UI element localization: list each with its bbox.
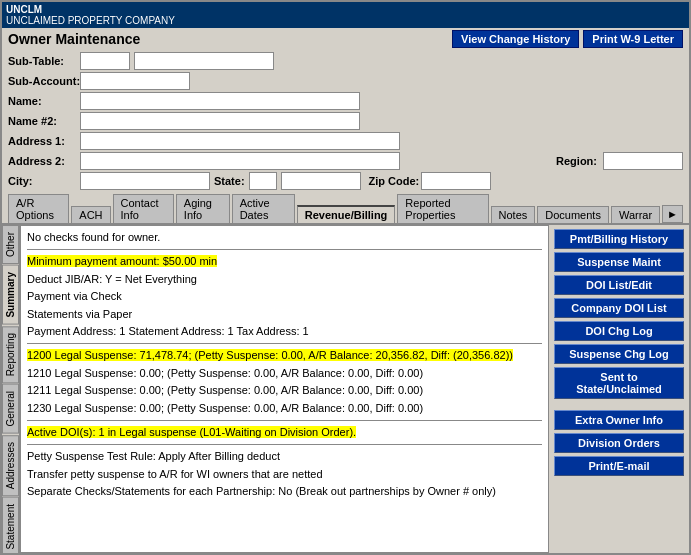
highlight-text-1: Minimum payment amount: $50.00 min: [27, 255, 217, 267]
divider-2: [27, 343, 542, 344]
side-tab-summary[interactable]: Summary: [2, 265, 19, 325]
divider-3: [27, 420, 542, 421]
address2-row: Address 2: Region:: [8, 152, 683, 170]
tab-reported-properties[interactable]: Reported Properties: [397, 194, 488, 223]
address2-label: Address 2:: [8, 155, 80, 167]
tab-aging-info[interactable]: Aging Info: [176, 194, 230, 223]
no-checks-line: No checks found for owner.: [27, 230, 542, 245]
state-desc-input[interactable]: MINNESOTA: [281, 172, 361, 190]
divider-4: [27, 444, 542, 445]
app-name: UNCLM: [6, 4, 685, 15]
city-input[interactable]: Minneapolis: [80, 172, 210, 190]
subtable-label: Sub-Table:: [8, 55, 80, 67]
main-content: No checks found for owner. Minimum payme…: [20, 225, 549, 553]
name-label: Name:: [8, 95, 80, 107]
zip-label: Zip Code:: [369, 175, 420, 187]
main-window: UNCLM UNCLAIMED PROPERTY COMPANY Owner M…: [0, 0, 691, 555]
state-input[interactable]: MN: [249, 172, 277, 190]
city-label: City:: [8, 175, 80, 187]
state-label: State:: [214, 175, 245, 187]
side-tabs: Other Summary Reporting General Addresse…: [2, 225, 20, 553]
suspense-maint-button[interactable]: Suspense Maint: [554, 252, 684, 272]
tab-active-dates[interactable]: Active Dates: [232, 194, 295, 223]
doi-chg-log-button[interactable]: DOI Chg Log: [554, 321, 684, 341]
suspense2-line: 1210 Legal Suspense: 0.00; (Petty Suspen…: [27, 366, 542, 381]
side-tab-statement[interactable]: Statement: [2, 497, 19, 553]
active-doi-highlight: Active DOI(s): 1 in Legal suspense (L01-…: [27, 426, 356, 438]
zip-input[interactable]: 88581-: [421, 172, 491, 190]
line2: Deduct JIB/AR: Y = Net Everything: [27, 272, 542, 287]
name2-input[interactable]: [80, 112, 360, 130]
name-input[interactable]: Josey Hight: [80, 92, 360, 110]
line4: Statements via Paper: [27, 307, 542, 322]
title-bar: UNCLM UNCLAIMED PROPERTY COMPANY: [2, 2, 689, 28]
tab-notes[interactable]: Notes: [491, 206, 536, 223]
city-row: City: Minneapolis State: MN MINNESOTA Zi…: [8, 172, 683, 190]
subaccount-label: Sub-Account:: [8, 75, 80, 87]
name-row: Name: Josey Hight: [8, 92, 683, 110]
address1-label: Address 1:: [8, 135, 80, 147]
subaccount-row: Sub-Account: HIGJOS: [8, 72, 683, 90]
petty-rule-line: Petty Suspense Test Rule: Apply After Bi…: [27, 449, 542, 464]
subtable-row: Sub-Table: 101 Oil _Gas Owners #1: [8, 52, 683, 70]
company-name: UNCLAIMED PROPERTY COMPANY: [6, 15, 685, 26]
extra-owner-info-button[interactable]: Extra Owner Info: [554, 410, 684, 430]
suspense3-line: 1211 Legal Suspense: 0.00; (Petty Suspen…: [27, 383, 542, 398]
suspense1-line: 1200 Legal Suspense: 71,478.74; (Petty S…: [27, 348, 542, 363]
subaccount-input[interactable]: HIGJOS: [80, 72, 190, 90]
address2-input[interactable]: [80, 152, 400, 170]
highlight-line1: Minimum payment amount: $50.00 min: [27, 254, 542, 269]
name2-label: Name #2:: [8, 115, 80, 127]
address1-row: Address 1: P.O. Box 99143: [8, 132, 683, 150]
tab-scroll-right[interactable]: ►: [662, 205, 683, 223]
tab-contact-info[interactable]: Contact Info: [113, 194, 174, 223]
separate-line: Separate Checks/Statements for each Part…: [27, 484, 542, 499]
tabs-row: A/R Options ACH Contact Info Aging Info …: [2, 194, 689, 225]
side-tab-reporting[interactable]: Reporting: [2, 326, 19, 383]
region-label: Region:: [556, 155, 597, 167]
division-orders-button[interactable]: Division Orders: [554, 433, 684, 453]
line5: Payment Address: 1 Statement Address: 1 …: [27, 324, 542, 339]
subtable-desc-input[interactable]: Oil _Gas Owners #1: [134, 52, 274, 70]
tab-revenue-billing[interactable]: Revenue/Billing: [297, 205, 396, 223]
tab-ar-options[interactable]: A/R Options: [8, 194, 69, 223]
tab-documents[interactable]: Documents: [537, 206, 609, 223]
suspense4-line: 1230 Legal Suspense: 0.00; (Petty Suspen…: [27, 401, 542, 416]
view-change-history-button[interactable]: View Change History: [452, 30, 579, 48]
content-area: Other Summary Reporting General Addresse…: [2, 225, 689, 553]
name2-row: Name #2:: [8, 112, 683, 130]
region-input[interactable]: [603, 152, 683, 170]
subtable-input[interactable]: 101: [80, 52, 130, 70]
right-panel: Pmt/Billing History Suspense Maint DOI L…: [549, 225, 689, 553]
suspense-chg-log-button[interactable]: Suspense Chg Log: [554, 344, 684, 364]
suspense1-highlight: 1200 Legal Suspense: 71,478.74; (Petty S…: [27, 349, 513, 361]
print-email-button[interactable]: Print/E-mail: [554, 456, 684, 476]
print-w9-letter-button[interactable]: Print W-9 Letter: [583, 30, 683, 48]
address1-input[interactable]: P.O. Box 99143: [80, 132, 400, 150]
line3: Payment via Check: [27, 289, 542, 304]
transfer-line: Transfer petty suspense to A/R for WI ow…: [27, 467, 542, 482]
company-doi-list-button[interactable]: Company DOI List: [554, 298, 684, 318]
header-buttons: View Change History Print W-9 Letter: [452, 30, 683, 48]
form-title: Owner Maintenance: [8, 31, 452, 47]
active-doi-line: Active DOI(s): 1 in Legal suspense (L01-…: [27, 425, 542, 440]
divider-1: [27, 249, 542, 250]
side-tab-addresses[interactable]: Addresses: [2, 435, 19, 496]
side-tab-other[interactable]: Other: [2, 225, 19, 264]
side-tab-general[interactable]: General: [2, 384, 19, 434]
tab-warrar[interactable]: Warrar: [611, 206, 660, 223]
sent-to-state-button[interactable]: Sent to State/Unclaimed: [554, 367, 684, 399]
tab-ach[interactable]: ACH: [71, 206, 110, 223]
form-section: Sub-Table: 101 Oil _Gas Owners #1 Sub-Ac…: [2, 50, 689, 194]
pmt-billing-history-button[interactable]: Pmt/Billing History: [554, 229, 684, 249]
doi-list-edit-button[interactable]: DOI List/Edit: [554, 275, 684, 295]
